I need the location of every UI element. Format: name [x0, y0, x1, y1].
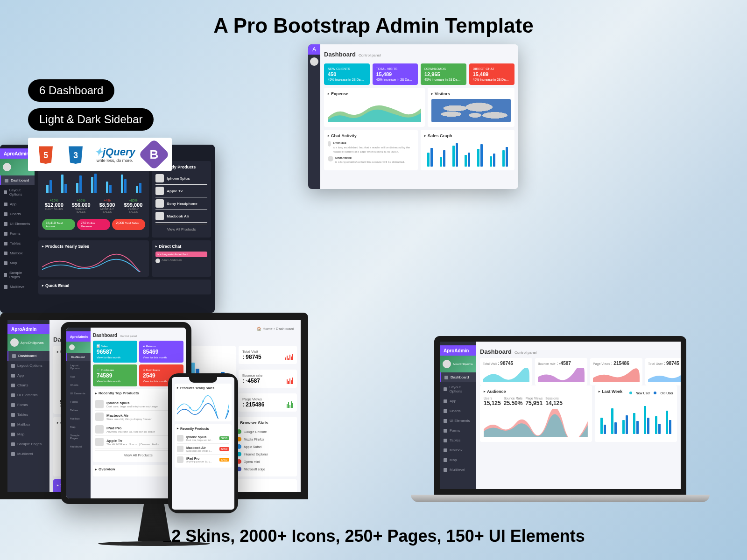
- sales-graph-panel: Sales Graph: [421, 130, 514, 170]
- sidebar: AproAdmin Apro Dhilipovna Dashboard Layo…: [440, 342, 476, 489]
- sidebar-item-map[interactable]: Map: [66, 423, 91, 431]
- sidebar-item-samples[interactable]: Sample Pages: [7, 439, 49, 449]
- recent-products-panel: Recently Products Iphone 5plus Apple Tv …: [152, 161, 211, 238]
- svg-point-3: [202, 400, 204, 402]
- spark-bounce: Bounce rate : -4587: [535, 358, 587, 385]
- features-heading: 12 Skins, 2000+ Icons, 250+ Pages, 150+ …: [162, 526, 585, 546]
- browser-row: Google Chrome: [237, 428, 293, 435]
- sidebar-item-app[interactable]: App: [440, 396, 476, 406]
- breadcrumb: 🏠 Home › Dashboard: [257, 327, 294, 331]
- svg-point-2: [189, 407, 191, 409]
- sidebar-item-multilevel[interactable]: Multilevel: [440, 465, 476, 475]
- sidebar-item-map[interactable]: Map: [440, 455, 476, 465]
- browser-stats-panel: Browser Stats Google Chrome Mozila Firef…: [233, 417, 297, 476]
- sidebar-item-tables[interactable]: Tables: [7, 410, 49, 420]
- sidebar-item-ui[interactable]: UI Elements: [0, 219, 35, 229]
- sidebar-item-layout[interactable]: Layout Options: [66, 361, 91, 372]
- sidebar-item-mailbox[interactable]: Mailbox: [66, 414, 91, 423]
- stat-card-chat[interactable]: DIRECT CHAT15,48945% increase in 28 Da…: [469, 63, 515, 85]
- svg-point-4: [215, 411, 217, 413]
- sidebar-item-multilevel[interactable]: Multilevel: [66, 442, 91, 451]
- bootstrap-icon: B: [138, 139, 170, 170]
- direct-chat-panel: Direct Chat is a long established fact… …: [152, 240, 211, 277]
- pill-card-sales[interactable]: 2,000 Total Sales: [112, 219, 145, 230]
- view-all-button[interactable]: View All Products: [155, 224, 207, 234]
- product-row[interactable]: Macbook Air: [155, 210, 207, 223]
- sidebar-modes-pill: Light & Dark Sidebar: [28, 108, 154, 131]
- main-heading: A Pro Bootstrap Admin Template: [213, 14, 533, 37]
- total-visit-card: Total Visit: 98745: [239, 346, 297, 364]
- sidebar-item-dashboard[interactable]: Dashboard: [66, 353, 91, 361]
- brand-logo[interactable]: AproAdmin: [7, 324, 49, 334]
- tech-logos-row: 5 3 ✦jQuerywrite less, do more. B: [28, 138, 172, 171]
- sidebar-item-forms[interactable]: Forms: [66, 398, 91, 406]
- sidebar-item-samples[interactable]: Sample Pages: [0, 268, 35, 282]
- sidebar-item-tables[interactable]: Tables: [440, 435, 476, 445]
- yearly-sales-phone: Products Yearly Sales: [175, 384, 232, 421]
- brand-logo[interactable]: AproAdmin: [440, 345, 476, 356]
- pill-card-revenue[interactable]: 752 Online Revenue: [77, 219, 110, 230]
- sidebar-item-mailbox[interactable]: Mailbox: [440, 445, 476, 455]
- jquery-logo: ✦jQuerywrite less, do more.: [94, 146, 135, 163]
- sidebar-item-charts[interactable]: Charts: [66, 381, 91, 389]
- sidebar-item-tables[interactable]: Tables: [66, 406, 91, 414]
- sidebar-item-ui[interactable]: UI Elements: [7, 390, 49, 400]
- browser-row: Apple Safari: [237, 443, 293, 450]
- brand-logo[interactable]: AproAdmin: [66, 331, 91, 342]
- pill-card-amount[interactable]: 16,410 Total Amount: [42, 219, 75, 230]
- product-row[interactable]: Macbook AirState does big things d…$450: [177, 444, 229, 455]
- pageviews-card: Page Views: 215486: [239, 393, 297, 412]
- purchases-card[interactable]: 🛒 Purchases74589View for this month: [93, 364, 137, 386]
- product-row[interactable]: Iphone 5plusDuel core, large and tel…$45…: [177, 433, 229, 444]
- html5-icon: 5: [35, 141, 57, 168]
- svg-text:3: 3: [73, 151, 78, 160]
- sidebar-item-app[interactable]: App: [7, 371, 49, 380]
- sidebar-item-map[interactable]: Map: [0, 258, 35, 268]
- sales-card[interactable]: 📊 Sales96587View for this month: [93, 341, 137, 363]
- stat-card-downloads[interactable]: DOWNLOADS12,96545% increase in 28 Da…: [421, 63, 466, 85]
- sidebar-item-mailbox[interactable]: Mailbox: [7, 420, 49, 429]
- product-row[interactable]: Iphone 5plus: [155, 172, 207, 185]
- laptop-device: AproAdmin Apro Dhilipovna Dashboard Layo…: [434, 336, 710, 502]
- sidebar-item-samples[interactable]: Sample Pages: [66, 431, 91, 442]
- sidebar-item-app[interactable]: App: [0, 199, 35, 209]
- sidebar: AproAdmin Apro Dhilipovna Dashboard Layo…: [7, 320, 49, 492]
- sidebar-item-forms[interactable]: Forms: [0, 229, 35, 238]
- sidebar-item-charts[interactable]: Charts: [0, 209, 35, 219]
- sidebar-item-dashboard[interactable]: Dashboard: [7, 351, 49, 361]
- spark-users: Total User : 98745: [645, 358, 681, 385]
- sidebar-item-forms[interactable]: Forms: [7, 400, 49, 410]
- sidebar-item-layout[interactable]: Layout Options: [7, 361, 49, 371]
- spark-visit: Total Visit : 98745: [480, 358, 532, 385]
- sidebar-item-dashboard[interactable]: Dashboard: [0, 175, 35, 185]
- browser-row: Opera mini: [237, 458, 293, 465]
- sidebar-item-dashboard[interactable]: Dashboard: [440, 372, 476, 382]
- sidebar-item-charts[interactable]: Charts: [7, 380, 49, 390]
- sidebar-item-mailbox[interactable]: Mailbox: [0, 248, 35, 258]
- sidebar-item-forms[interactable]: Forms: [440, 426, 476, 435]
- sidebar-item-tables[interactable]: Tables: [0, 238, 35, 248]
- sidebar-item-layout[interactable]: Layout Options: [440, 382, 476, 396]
- page-title: Dashboard: [480, 348, 512, 355]
- browser-row: Microsoft edge: [237, 465, 293, 473]
- mini-sidebar: A: [308, 44, 320, 189]
- sidebar-item-ui[interactable]: UI Elements: [66, 389, 91, 398]
- product-row[interactable]: iPad ProAnything you can do, y…$450: [177, 455, 229, 465]
- browser-row: Mozila Firefox: [237, 435, 293, 443]
- sidebar-item-map[interactable]: Map: [7, 429, 49, 439]
- stat-card-clients[interactable]: NEW CLIENTS45045% increase in 28 Da…: [324, 63, 370, 85]
- sidebar-item-ui[interactable]: UI Elements: [440, 416, 476, 426]
- recent-products-phone: Recently Products Iphone 5plusDuel core,…: [175, 424, 232, 468]
- sidebar-item-layout[interactable]: Layout Options: [0, 185, 35, 199]
- sidebar-item-multilevel[interactable]: Multilevel: [7, 449, 49, 459]
- sidebar-item-charts[interactable]: Charts: [440, 406, 476, 416]
- product-row[interactable]: Apple Tv: [155, 185, 207, 197]
- sidebar-item-multilevel[interactable]: Multilevel: [0, 282, 35, 292]
- sidebar-item-app[interactable]: App: [66, 372, 91, 381]
- returns-card[interactable]: ↩ Returns85469View for this month: [139, 341, 183, 363]
- lastweek-panel: Last WeekNew UserOld User: [595, 385, 677, 442]
- phone-device: Products Yearly Sales Recently Products …: [168, 373, 238, 513]
- product-row[interactable]: Sony Headphone: [155, 197, 207, 210]
- stat-card-visits[interactable]: TOTAL VISITS15,48945% increase in 28 Da…: [373, 63, 418, 85]
- top-dashboard-preview: A DashboardControl panel NEW CLIENTS4504…: [308, 44, 518, 189]
